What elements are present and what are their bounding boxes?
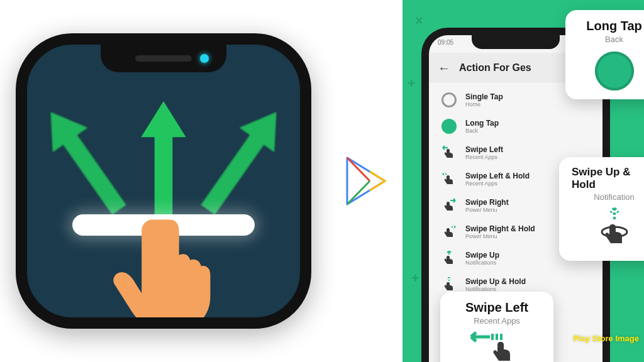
header-title: Action For Ges — [459, 62, 531, 74]
play-store-panel — [327, 0, 402, 362]
camera-dot — [200, 54, 209, 63]
swipe-left-icon — [440, 144, 458, 162]
back-icon[interactable]: ← — [438, 61, 450, 75]
card-title: Swipe Left — [465, 300, 528, 315]
arrow-up-right-icon — [185, 96, 300, 226]
card-subtitle: Notification — [594, 192, 634, 202]
card-swipe-left: Swipe Left Recent Apps — [440, 292, 553, 362]
card-long-tap: Long Tap Back — [565, 10, 644, 99]
promo-panel: × + + + 09:05 ← Action For Ges Single Ta… — [402, 0, 644, 362]
phone-mockup-notch — [472, 35, 560, 49]
swipe-right-icon — [440, 197, 458, 214]
app-icon — [16, 33, 311, 329]
svg-rect-2 — [496, 334, 498, 340]
svg-rect-1 — [491, 334, 494, 340]
card-title: Swipe Up & Hold — [572, 166, 644, 191]
card-title: Long Tap — [586, 19, 642, 33]
watermark-text: Play Store Image — [573, 334, 639, 343]
long-tap-icon — [440, 118, 458, 135]
pointer-hand-icon — [108, 207, 234, 329]
play-store-logo-icon — [340, 153, 390, 209]
app-icon-panel — [0, 0, 327, 362]
swipe-up-hold-icon — [440, 276, 458, 293]
swipe-left-hold-icon — [440, 170, 458, 188]
card-swipe-up-hold: Swipe Up & Hold Notification — [559, 157, 644, 261]
swipe-up-hold-large-icon — [596, 207, 633, 252]
swipe-up-icon — [440, 250, 458, 267]
swipe-right-hold-icon — [440, 223, 458, 241]
status-time: 09:05 — [438, 39, 453, 53]
list-item[interactable]: Long TapBack — [429, 113, 602, 140]
swipe-left-large-icon — [469, 331, 525, 362]
long-tap-circle-icon — [595, 52, 634, 90]
card-subtitle: Back — [605, 35, 623, 44]
speaker-bar — [135, 55, 192, 62]
arrow-up-left-icon — [28, 96, 143, 226]
svg-rect-3 — [500, 334, 502, 340]
single-tap-icon — [440, 91, 458, 109]
card-subtitle: Recent Apps — [474, 316, 520, 326]
phone-notch — [101, 45, 226, 72]
